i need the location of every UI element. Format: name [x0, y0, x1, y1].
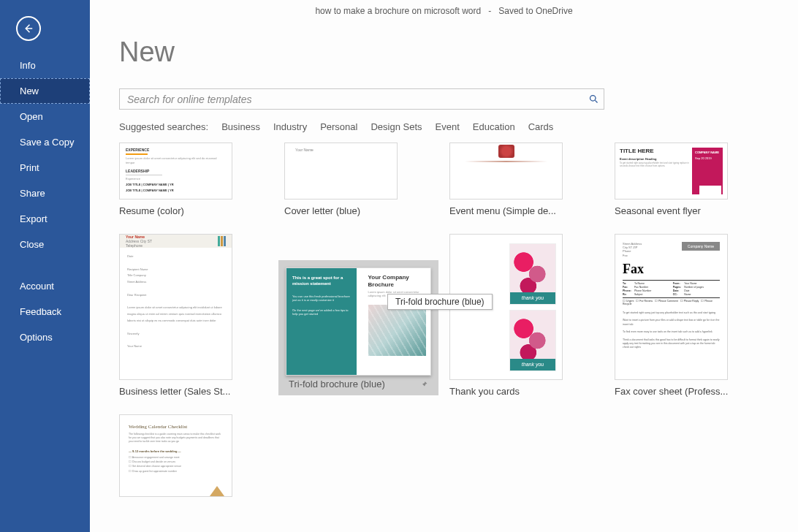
- sidebar-item-export[interactable]: Export: [0, 206, 90, 232]
- template-thumb: Wedding Calendar Checklist The following…: [119, 414, 232, 497]
- sidebar-item-options[interactable]: Options: [0, 324, 90, 350]
- document-name: how to make a brochure on microsoft word: [315, 6, 481, 16]
- flyer-company: COMPANY NAME: [695, 151, 720, 154]
- template-thumb: This is a great spot for a mission state…: [286, 267, 431, 376]
- suggested-business[interactable]: Business: [221, 121, 260, 132]
- svg-point-0: [590, 96, 596, 102]
- suggested-event[interactable]: Event: [436, 121, 460, 132]
- template-seasonal-flyer[interactable]: TITLE HERE Event description Heading To …: [615, 142, 769, 216]
- pin-icon[interactable]: [419, 380, 428, 389]
- thank-you-text: thank you: [510, 292, 555, 304]
- thank-you-text: thank you: [510, 359, 555, 370]
- template-caption: Cover letter (blue): [284, 205, 438, 216]
- template-selection-frame: This is a great spot for a mission state…: [278, 260, 438, 395]
- sidebar-item-print[interactable]: Print: [0, 155, 90, 180]
- template-caption: Thank you cards: [449, 386, 604, 397]
- template-resume-color[interactable]: EXPERIENCE Lorem ipsum dolor sit amet co…: [119, 142, 273, 216]
- suggested-design-sets[interactable]: Design Sets: [370, 121, 422, 132]
- sidebar-menu: Info New Open Save a Copy Print Share Ex…: [0, 53, 90, 350]
- template-thumb: [449, 142, 563, 200]
- wedding-title: Wedding Calendar Checklist: [129, 424, 223, 430]
- brochure-right-heading: Your Company Brochure: [368, 274, 427, 288]
- window-title-bar: how to make a brochure on microsoft word…: [90, 0, 798, 22]
- sidebar-item-share[interactable]: Share: [0, 180, 90, 206]
- search-icon: [588, 94, 599, 104]
- sidebar-item-open[interactable]: Open: [0, 104, 90, 129]
- sidebar-item-new[interactable]: New: [0, 78, 90, 104]
- page-title: New: [119, 37, 769, 68]
- brochure-left-heading: This is a great spot for a mission state…: [292, 276, 351, 287]
- back-arrow-icon: [22, 22, 35, 35]
- backstage-sidebar: Info New Open Save a Copy Print Share Ex…: [0, 0, 90, 532]
- back-button[interactable]: [16, 16, 41, 41]
- template-thumb: EXPERIENCE Lorem ipsum dolor sit amet co…: [119, 142, 232, 200]
- suggested-label: Suggested searches:: [119, 121, 208, 132]
- flyer-title: TITLE HERE: [620, 148, 689, 154]
- sidebar-item-feedback[interactable]: Feedback: [0, 299, 90, 324]
- save-status: Saved to OneDrive: [498, 6, 572, 16]
- template-thumb: Your NameAddress City STTelephone DateRe…: [119, 234, 232, 380]
- tooltip: Tri-fold brochure (blue): [387, 294, 493, 310]
- template-caption: Fax cover sheet (Profess...: [615, 386, 769, 397]
- template-fax-cover-sheet[interactable]: Street AddressCity ST ZIPPhoneFax Compan…: [615, 234, 769, 397]
- fax-title: Fax: [623, 262, 720, 277]
- template-caption: Seasonal event flyer: [615, 205, 769, 216]
- suggested-cards[interactable]: Cards: [528, 121, 554, 132]
- template-event-menu[interactable]: Event menu (Simple de...: [449, 142, 604, 216]
- title-separator: -: [484, 6, 496, 16]
- sidebar-item-info[interactable]: Info: [0, 53, 90, 78]
- suggested-industry[interactable]: Industry: [273, 121, 307, 132]
- template-thumb: Your Name: [284, 142, 398, 200]
- template-trifold-brochure[interactable]: This is a great spot for a mission state…: [284, 260, 438, 397]
- template-thumb: TITLE HERE Event description Heading To …: [615, 142, 728, 200]
- template-caption: Resume (color): [119, 205, 273, 216]
- sidebar-spacer: [0, 257, 90, 273]
- suggested-personal[interactable]: Personal: [320, 121, 357, 132]
- template-thumb: Street AddressCity ST ZIPPhoneFax Compan…: [615, 234, 728, 380]
- fax-company: Company Name: [682, 242, 720, 251]
- template-business-letter[interactable]: Your NameAddress City STTelephone DateRe…: [119, 234, 273, 397]
- template-thank-you-cards[interactable]: thank you thank you Thank you cards: [449, 234, 604, 397]
- sidebar-item-save-copy[interactable]: Save a Copy: [0, 129, 90, 155]
- template-caption: Business letter (Sales St...: [119, 386, 273, 397]
- template-cover-letter-blue[interactable]: Your Name Cover letter (blue): [284, 142, 438, 216]
- template-caption: Event menu (Simple de...: [449, 205, 604, 216]
- search-button[interactable]: [583, 89, 604, 109]
- template-wedding-checklist[interactable]: Wedding Calendar Checklist The following…: [119, 414, 273, 497]
- suggested-education[interactable]: Education: [473, 121, 515, 132]
- suggested-searches: Suggested searches: Business Industry Pe…: [119, 121, 769, 132]
- sidebar-item-account[interactable]: Account: [0, 273, 90, 299]
- backstage-content: New Suggested searches: Business Industr…: [90, 22, 798, 532]
- template-gallery: EXPERIENCE Lorem ipsum dolor sit amet co…: [119, 142, 769, 497]
- sidebar-item-close[interactable]: Close: [0, 232, 90, 257]
- search-input[interactable]: [120, 94, 583, 105]
- template-caption: Tri-fold brochure (blue): [289, 379, 385, 390]
- main-pane: how to make a brochure on microsoft word…: [90, 0, 798, 532]
- template-search: [119, 88, 604, 110]
